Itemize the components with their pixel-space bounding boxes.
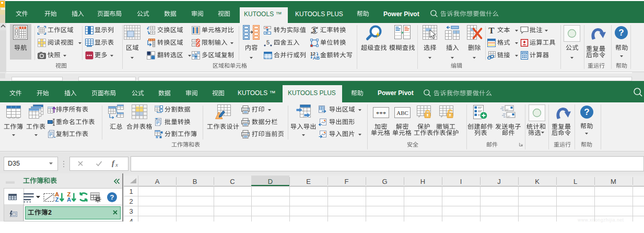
svg-text:5: 5 [266, 39, 270, 45]
svg-text:$: $ [313, 27, 316, 33]
svg-text:?: ? [618, 28, 624, 38]
svg-text:2: 2 [48, 209, 52, 216]
svg-text:f: f [112, 159, 115, 167]
svg-text:ABC: ABC [396, 110, 408, 116]
svg-text:x: x [115, 161, 118, 168]
svg-text:Z: Z [55, 196, 59, 203]
svg-text:AB: AB [313, 55, 320, 61]
svg-text:T: T [488, 26, 495, 36]
svg-text:?: ? [584, 107, 589, 117]
svg-text:***: *** [376, 110, 387, 118]
svg-text:A: A [67, 196, 71, 203]
svg-text:?: ? [110, 193, 114, 201]
